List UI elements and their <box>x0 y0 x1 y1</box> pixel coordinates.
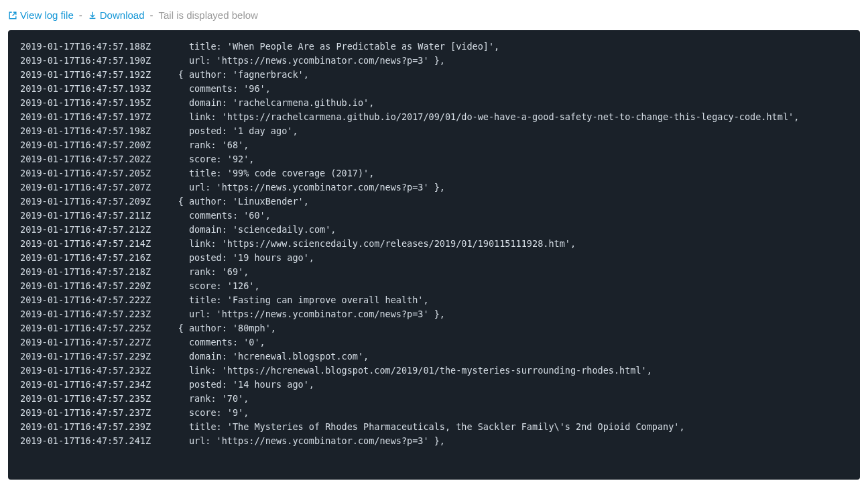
log-output-panel: 2019-01-17T16:47:57.188Z title: 'When Pe… <box>8 30 860 480</box>
download-link[interactable]: Download <box>88 9 145 21</box>
log-line: 2019-01-17T16:47:57.195Z domain: 'rachel… <box>20 96 848 110</box>
log-line: 2019-01-17T16:47:57.198Z posted: '1 day … <box>20 124 848 138</box>
log-line: 2019-01-17T16:47:57.227Z comments: '0', <box>20 335 848 349</box>
log-line: 2019-01-17T16:47:57.218Z rank: '69', <box>20 265 848 279</box>
log-line: 2019-01-17T16:47:57.192Z { author: 'fagn… <box>20 68 848 82</box>
separator: - <box>79 9 82 21</box>
log-line: 2019-01-17T16:47:57.202Z score: '92', <box>20 152 848 166</box>
log-line: 2019-01-17T16:47:57.200Z rank: '68', <box>20 138 848 152</box>
log-line: 2019-01-17T16:47:57.222Z title: 'Fasting… <box>20 293 848 307</box>
log-line: 2019-01-17T16:47:57.209Z { author: 'Linu… <box>20 195 848 209</box>
log-line: 2019-01-17T16:47:57.205Z title: '99% cod… <box>20 166 848 180</box>
log-line: 2019-01-17T16:47:57.235Z rank: '70', <box>20 392 848 406</box>
log-line: 2019-01-17T16:47:57.211Z comments: '60', <box>20 209 848 223</box>
log-line: 2019-01-17T16:47:57.232Z link: 'https://… <box>20 364 848 378</box>
log-line: 2019-01-17T16:47:57.216Z posted: '19 hou… <box>20 251 848 265</box>
log-line: 2019-01-17T16:47:57.229Z domain: 'hcrene… <box>20 349 848 364</box>
log-line: 2019-01-17T16:47:57.190Z url: 'https://n… <box>20 54 848 68</box>
log-line: 2019-01-17T16:47:57.193Z comments: '96', <box>20 82 848 96</box>
log-line: 2019-01-17T16:47:57.237Z score: '9', <box>20 406 848 420</box>
view-log-link[interactable]: View log file <box>8 9 74 21</box>
log-line: 2019-01-17T16:47:57.234Z posted: '14 hou… <box>20 378 848 392</box>
log-line: 2019-01-17T16:47:57.212Z domain: 'scienc… <box>20 223 848 237</box>
log-line: 2019-01-17T16:47:57.214Z link: 'https://… <box>20 237 848 251</box>
log-line: 2019-01-17T16:47:57.225Z { author: '80mp… <box>20 321 848 335</box>
log-line: 2019-01-17T16:47:57.220Z score: '126', <box>20 279 848 293</box>
download-icon <box>88 11 97 20</box>
log-header: View log file - Download - Tail is displ… <box>0 0 868 30</box>
log-line: 2019-01-17T16:47:57.207Z url: 'https://n… <box>20 180 848 195</box>
separator: - <box>150 9 153 21</box>
log-line: 2019-01-17T16:47:57.197Z link: 'https://… <box>20 110 848 124</box>
log-line: 2019-01-17T16:47:57.241Z url: 'https://n… <box>20 434 848 448</box>
log-line: 2019-01-17T16:47:57.223Z url: 'https://n… <box>20 307 848 321</box>
download-label: Download <box>100 9 145 21</box>
log-line: 2019-01-17T16:47:57.188Z title: 'When Pe… <box>20 40 848 54</box>
view-log-label: View log file <box>20 9 74 21</box>
tail-hint: Tail is displayed below <box>159 9 258 21</box>
log-line: 2019-01-17T16:47:57.239Z title: 'The Mys… <box>20 420 848 434</box>
external-link-icon <box>8 11 17 20</box>
